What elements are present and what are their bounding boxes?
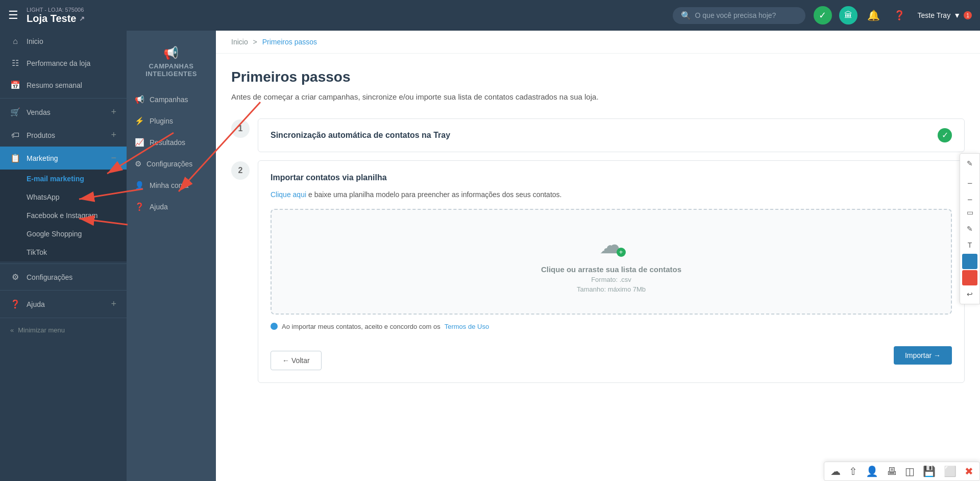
step-1-title: Sincronização automática de contatos na … — [271, 131, 450, 140]
upload-icon: ☁ + — [599, 230, 624, 259]
hamburger-menu[interactable]: ☰ — [8, 9, 18, 22]
sidebar-label-resumo: Resumo semanal — [27, 81, 116, 89]
sidebar-label-marketing: Marketing — [27, 154, 105, 162]
importar-button[interactable]: Importar → — [894, 346, 952, 365]
left-sidebar: ⌂ Inicio ☷ Performance da loja 📅 Resumo … — [0, 31, 127, 481]
step-1-row: 1 Sincronização automática de contatos n… — [231, 118, 965, 152]
bt-fullscreen-btn[interactable]: ⬜ — [942, 464, 959, 478]
vendas-plus-icon: + — [111, 107, 116, 117]
step-2-row: 2 Importar contatos via planilha Clique … — [231, 160, 965, 383]
produtos-icon: 🏷 — [10, 131, 20, 140]
breadcrumb-inicio[interactable]: Inicio — [231, 38, 248, 46]
minimize-menu-btn[interactable]: « Minimizar menu — [0, 320, 127, 340]
rt-color2-btn[interactable] — [962, 270, 977, 285]
sec-ajuda-icon: ❓ — [135, 202, 144, 211]
main-layout: ⌂ Inicio ☷ Performance da loja 📅 Resumo … — [0, 31, 980, 481]
search-icon: 🔍 — [681, 11, 691, 20]
user-label: Teste Tray — [918, 11, 951, 19]
ajuda-icon: ❓ — [10, 299, 20, 309]
bt-save-btn[interactable]: 💾 — [921, 464, 938, 478]
rt-line2-btn[interactable]: ⎯ — [962, 188, 977, 204]
termos-de-uso-link[interactable]: Termos de Uso — [445, 323, 489, 330]
notification-badge: 1 — [964, 11, 972, 19]
rt-text-btn[interactable]: T — [962, 237, 977, 253]
resumo-icon: 📅 — [10, 80, 20, 90]
step-2-title: Importar contatos via planilha — [271, 173, 952, 182]
help-btn[interactable]: ❓ — [890, 6, 909, 25]
bt-user-btn[interactable]: 👤 — [864, 464, 880, 478]
upload-zone[interactable]: ☁ + Clique ou arraste sua lista de conta… — [271, 209, 952, 315]
sec-configuracoes-icon: ⚙ — [135, 159, 141, 169]
search-box[interactable]: 🔍 — [673, 7, 805, 24]
sidebar-item-produtos[interactable]: 🏷 Produtos + — [0, 124, 127, 147]
submenu-google-shopping[interactable]: Google Shopping — [0, 225, 127, 243]
marketing-submenu: E-mail marketing WhatsApp Facebook e Ins… — [0, 170, 127, 261]
marketing-icon: 📋 — [10, 153, 20, 163]
sidebar-item-inicio[interactable]: ⌂ Inicio — [0, 31, 127, 52]
content-body: Primeiros passos Antes de começar a cria… — [216, 54, 980, 406]
sec-nav-minha-conta-label: Minha conta — [150, 181, 188, 189]
sidebar-divider-1 — [0, 98, 127, 99]
accept-text: Ao importar meus contatos, aceito e conc… — [282, 323, 440, 330]
bt-print-btn[interactable]: 🖶 — [885, 465, 899, 478]
upload-main-text: Clique ou arraste sua lista de contatos — [282, 265, 941, 274]
plugins-icon: ⚡ — [135, 116, 144, 126]
vendas-icon: 🛒 — [10, 107, 20, 117]
upload-size: Tamanho: máximo 7Mb — [282, 285, 941, 293]
search-input[interactable] — [695, 11, 797, 19]
sidebar-label-vendas: Vendas — [27, 108, 105, 116]
sidebar-item-marketing[interactable]: 📋 Marketing − — [0, 147, 127, 170]
bt-close-btn[interactable]: ✖ — [963, 464, 975, 478]
rt-line1-btn[interactable]: ⎯ — [962, 172, 977, 187]
accept-dot-icon — [271, 323, 278, 330]
sidebar-label-produtos: Produtos — [27, 131, 105, 139]
breadcrumb-current: Primeiros passos — [262, 38, 317, 46]
external-link-icon[interactable]: ↗ — [79, 15, 85, 22]
sec-nav-campanhas[interactable]: 📢 Campanhas — [127, 90, 216, 109]
sidebar-label-configuracoes: Configurações — [27, 273, 116, 281]
sidebar-item-ajuda[interactable]: ❓ Ajuda + — [0, 293, 127, 316]
performance-icon: ☷ — [10, 58, 20, 68]
sec-nav-configuracoes[interactable]: ⚙ Configurações — [127, 154, 216, 174]
ajuda-plus-icon: + — [111, 299, 116, 309]
page-description: Antes de começar a criar campanhas, sinc… — [231, 91, 965, 103]
check-status-btn[interactable]: ✓ — [814, 6, 832, 25]
download-template-link[interactable]: Clique aqui — [271, 190, 306, 199]
import-card: Importar contatos via planilha Clique aq… — [258, 160, 965, 383]
sec-nav-resultados[interactable]: 📈 Resultados — [127, 133, 216, 152]
bt-share-btn[interactable]: ⇧ — [847, 464, 860, 478]
rt-color1-btn[interactable] — [962, 254, 977, 269]
sidebar-divider-2 — [0, 263, 127, 264]
accept-terms-row: Ao importar meus contatos, aceito e conc… — [271, 323, 952, 330]
sidebar-item-performance[interactable]: ☷ Performance da loja — [0, 52, 127, 74]
submenu-email-marketing[interactable]: E-mail marketing — [0, 170, 127, 188]
sidebar-item-vendas[interactable]: 🛒 Vendas + — [0, 101, 127, 124]
rt-rect-btn[interactable]: ▭ — [962, 205, 977, 220]
upload-format: Formato: .csv — [282, 276, 941, 283]
sidebar-item-configuracoes[interactable]: ⚙ Configurações — [0, 266, 127, 288]
sidebar-item-resumo[interactable]: 📅 Resumo semanal — [0, 74, 127, 96]
voltar-button[interactable]: ← Voltar — [271, 351, 322, 370]
secondary-sidebar-title: CAMPANHAS INTELIGENTES — [135, 62, 208, 78]
sec-nav-ajuda[interactable]: ❓ Ajuda — [127, 197, 216, 217]
sidebar-divider-4 — [0, 318, 127, 318]
sec-nav-plugins[interactable]: ⚡ Plugins — [127, 111, 216, 131]
bt-grid-btn[interactable]: ◫ — [903, 464, 917, 478]
bt-cloud-btn[interactable]: ☁ — [828, 464, 843, 478]
brand-title: Loja Teste ↗ — [27, 13, 85, 25]
rt-edit-btn[interactable]: ✎ — [962, 221, 977, 236]
user-menu[interactable]: Teste Tray ▼ 1 — [918, 11, 972, 19]
sec-nav-minha-conta[interactable]: 👤 Minha conta — [127, 176, 216, 195]
rt-undo-btn[interactable]: ↩ — [962, 286, 977, 302]
sec-nav-configuracoes-label: Configurações — [146, 160, 192, 168]
submenu-tiktok[interactable]: TikTok — [0, 243, 127, 261]
sidebar-divider-3 — [0, 290, 127, 291]
notifications-btn[interactable]: 🔔 — [865, 6, 883, 25]
rt-pencil-btn[interactable]: ✎ — [962, 156, 977, 171]
sidebar-label-ajuda: Ajuda — [27, 300, 105, 308]
topbar: ☰ LIGHT - LOJA: 575006 Loja Teste ↗ 🔍 ✓ … — [0, 0, 980, 31]
submenu-facebook-instagram[interactable]: Facebook e Instagram — [0, 206, 127, 225]
submenu-whatsapp[interactable]: WhatsApp — [0, 188, 127, 206]
sec-nav-campanhas-label: Campanhas — [150, 95, 188, 104]
bank-icon-btn[interactable]: 🏛 — [839, 6, 857, 25]
